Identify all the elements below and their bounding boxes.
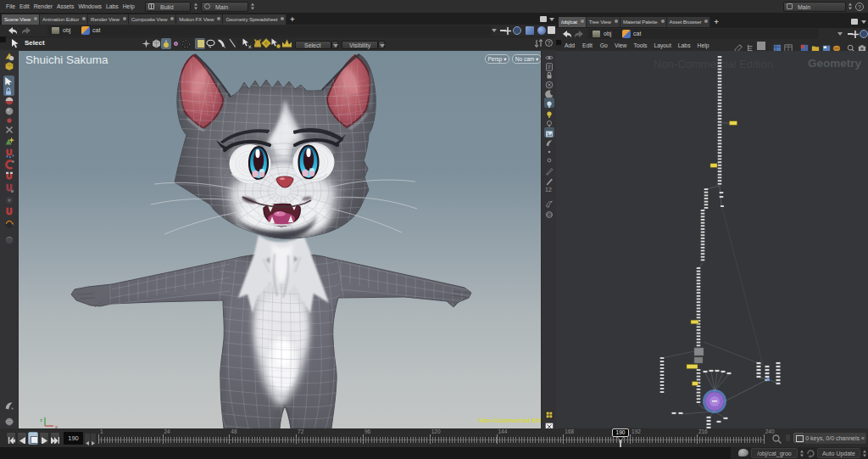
svg-text:z: z xyxy=(40,417,42,423)
